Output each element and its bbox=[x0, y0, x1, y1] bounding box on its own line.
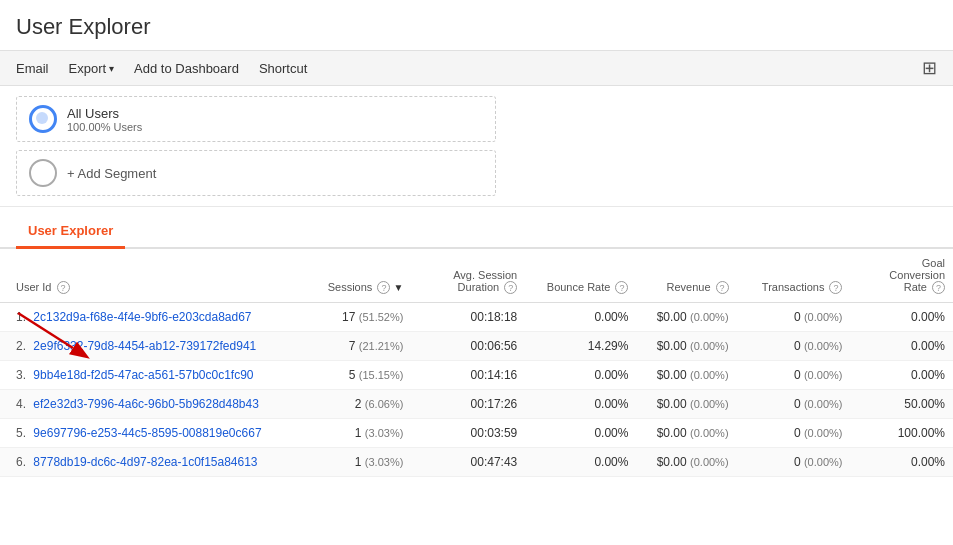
cell-sessions-0: 17 (51.52%) bbox=[307, 303, 411, 332]
table-row: 4. ef2e32d3-7996-4a6c-96b0-5b9628d48b43 … bbox=[0, 390, 953, 419]
table-row: 3. 9bb4e18d-f2d5-47ac-a561-57b0c0c1fc90 … bbox=[0, 361, 953, 390]
sessions-pct-4: (3.03%) bbox=[365, 427, 404, 439]
user-id-link-4[interactable]: 9e697796-e253-44c5-8595-008819e0c667 bbox=[33, 426, 261, 440]
cell-goal-rate-1: 0.00% bbox=[850, 332, 953, 361]
cell-transactions-4: 0 (0.00%) bbox=[737, 419, 851, 448]
col-header-transactions: Transactions ? bbox=[737, 249, 851, 303]
col-header-sessions[interactable]: Sessions ? ▼ bbox=[307, 249, 411, 303]
tab-bar: User Explorer bbox=[0, 215, 953, 249]
cell-sessions-3: 2 (6.06%) bbox=[307, 390, 411, 419]
col-header-revenue: Revenue ? bbox=[636, 249, 736, 303]
segment-name: All Users bbox=[67, 106, 142, 121]
add-segment-circle-icon bbox=[29, 159, 57, 187]
cell-bounce-rate-4: 0.00% bbox=[525, 419, 636, 448]
row-num-4: 5. bbox=[16, 426, 26, 440]
cell-avg-duration-0: 00:18:18 bbox=[411, 303, 525, 332]
sessions-pct-0: (51.52%) bbox=[359, 311, 404, 323]
user-id-link-2[interactable]: 9bb4e18d-f2d5-47ac-a561-57b0c0c1fc90 bbox=[33, 368, 253, 382]
cell-goal-rate-3: 50.00% bbox=[850, 390, 953, 419]
cell-avg-duration-2: 00:14:16 bbox=[411, 361, 525, 390]
row-num-0: 1. bbox=[16, 310, 26, 324]
cell-bounce-rate-2: 0.00% bbox=[525, 361, 636, 390]
cell-revenue-4: $0.00 (0.00%) bbox=[636, 419, 736, 448]
add-to-dashboard-button[interactable]: Add to Dashboard bbox=[134, 61, 239, 76]
export-dropdown-icon: ▾ bbox=[109, 63, 114, 74]
add-segment-label: + Add Segment bbox=[67, 166, 156, 181]
cell-transactions-2: 0 (0.00%) bbox=[737, 361, 851, 390]
cell-goal-rate-5: 0.00% bbox=[850, 448, 953, 477]
segment-circle-icon bbox=[29, 105, 57, 133]
add-segment-box[interactable]: + Add Segment bbox=[16, 150, 496, 196]
cell-revenue-5: $0.00 (0.00%) bbox=[636, 448, 736, 477]
sessions-pct-1: (21.21%) bbox=[359, 340, 404, 352]
goal-conversion-help-icon[interactable]: ? bbox=[932, 281, 945, 294]
cell-avg-duration-4: 00:03:59 bbox=[411, 419, 525, 448]
revenue-pct-2: (0.00%) bbox=[690, 369, 729, 381]
cell-bounce-rate-1: 14.29% bbox=[525, 332, 636, 361]
col-header-goal-conversion: GoalConversionRate ? bbox=[850, 249, 953, 303]
email-button[interactable]: Email bbox=[16, 61, 49, 76]
user-id-link-0[interactable]: 2c132d9a-f68e-4f4e-9bf6-e203cda8ad67 bbox=[33, 310, 251, 324]
sessions-sort-icon: ▼ bbox=[393, 282, 403, 293]
cell-userid-4: 5. 9e697796-e253-44c5-8595-008819e0c667 bbox=[0, 419, 307, 448]
cell-userid-2: 3. 9bb4e18d-f2d5-47ac-a561-57b0c0c1fc90 bbox=[0, 361, 307, 390]
export-button[interactable]: Export ▾ bbox=[69, 61, 115, 76]
cell-transactions-3: 0 (0.00%) bbox=[737, 390, 851, 419]
sessions-pct-3: (6.06%) bbox=[365, 398, 404, 410]
revenue-pct-4: (0.00%) bbox=[690, 427, 729, 439]
revenue-pct-3: (0.00%) bbox=[690, 398, 729, 410]
sessions-help-icon[interactable]: ? bbox=[377, 281, 390, 294]
cell-goal-rate-0: 0.00% bbox=[850, 303, 953, 332]
avg-duration-help-icon[interactable]: ? bbox=[504, 281, 517, 294]
transactions-pct-3: (0.00%) bbox=[804, 398, 843, 410]
cell-bounce-rate-0: 0.00% bbox=[525, 303, 636, 332]
cell-sessions-5: 1 (3.03%) bbox=[307, 448, 411, 477]
cell-avg-duration-1: 00:06:56 bbox=[411, 332, 525, 361]
page-title-text: User Explorer bbox=[0, 0, 953, 50]
revenue-help-icon[interactable]: ? bbox=[716, 281, 729, 294]
table-row: 2. 2e9f6332-79d8-4454-ab12-739172fed941 … bbox=[0, 332, 953, 361]
cell-bounce-rate-5: 0.00% bbox=[525, 448, 636, 477]
cell-userid-1: 2. 2e9f6332-79d8-4454-ab12-739172fed941 bbox=[0, 332, 307, 361]
transactions-pct-5: (0.00%) bbox=[804, 456, 843, 468]
bounce-rate-help-icon[interactable]: ? bbox=[615, 281, 628, 294]
cell-transactions-0: 0 (0.00%) bbox=[737, 303, 851, 332]
cell-sessions-1: 7 (21.21%) bbox=[307, 332, 411, 361]
sessions-pct-2: (15.15%) bbox=[359, 369, 404, 381]
cell-userid-0: 1. 2c132d9a-f68e-4f4e-9bf6-e203cda8ad67 bbox=[0, 303, 307, 332]
user-id-link-3[interactable]: ef2e32d3-7996-4a6c-96b0-5b9628d48b43 bbox=[33, 397, 259, 411]
segment-info: All Users 100.00% Users bbox=[67, 106, 142, 133]
cell-sessions-2: 5 (15.15%) bbox=[307, 361, 411, 390]
row-num-1: 2. bbox=[16, 339, 26, 353]
cell-bounce-rate-3: 0.00% bbox=[525, 390, 636, 419]
cell-transactions-1: 0 (0.00%) bbox=[737, 332, 851, 361]
revenue-pct-1: (0.00%) bbox=[690, 340, 729, 352]
table-row: 1. 2c132d9a-f68e-4f4e-9bf6-e203cda8ad67 … bbox=[0, 303, 953, 332]
col-header-avg-duration: Avg. SessionDuration ? bbox=[411, 249, 525, 303]
tab-user-explorer[interactable]: User Explorer bbox=[16, 215, 125, 249]
user-id-link-5[interactable]: 8778db19-dc6c-4d97-82ea-1c0f15a84613 bbox=[33, 455, 257, 469]
shortcut-button[interactable]: Shortcut bbox=[259, 61, 307, 76]
transactions-pct-0: (0.00%) bbox=[804, 311, 843, 323]
toolbar: Email Export ▾ Add to Dashboard Shortcut… bbox=[0, 50, 953, 86]
data-table-area: User Id ? Sessions ? ▼ Avg. SessionDurat… bbox=[0, 249, 953, 477]
revenue-pct-0: (0.00%) bbox=[690, 311, 729, 323]
segment-sub: 100.00% Users bbox=[67, 121, 142, 133]
row-num-5: 6. bbox=[16, 455, 26, 469]
cell-revenue-3: $0.00 (0.00%) bbox=[636, 390, 736, 419]
transactions-help-icon[interactable]: ? bbox=[829, 281, 842, 294]
col-header-bounce-rate: Bounce Rate ? bbox=[525, 249, 636, 303]
table-row: 5. 9e697796-e253-44c5-8595-008819e0c667 … bbox=[0, 419, 953, 448]
transactions-pct-1: (0.00%) bbox=[804, 340, 843, 352]
sessions-pct-5: (3.03%) bbox=[365, 456, 404, 468]
transactions-pct-4: (0.00%) bbox=[804, 427, 843, 439]
all-users-segment: All Users 100.00% Users bbox=[16, 96, 496, 142]
row-num-2: 3. bbox=[16, 368, 26, 382]
cell-revenue-0: $0.00 (0.00%) bbox=[636, 303, 736, 332]
grid-view-icon[interactable]: ⊞ bbox=[922, 57, 937, 79]
cell-goal-rate-2: 0.00% bbox=[850, 361, 953, 390]
userid-help-icon[interactable]: ? bbox=[57, 281, 70, 294]
user-explorer-table: User Id ? Sessions ? ▼ Avg. SessionDurat… bbox=[0, 249, 953, 477]
cell-sessions-4: 1 (3.03%) bbox=[307, 419, 411, 448]
user-id-link-1[interactable]: 2e9f6332-79d8-4454-ab12-739172fed941 bbox=[33, 339, 256, 353]
